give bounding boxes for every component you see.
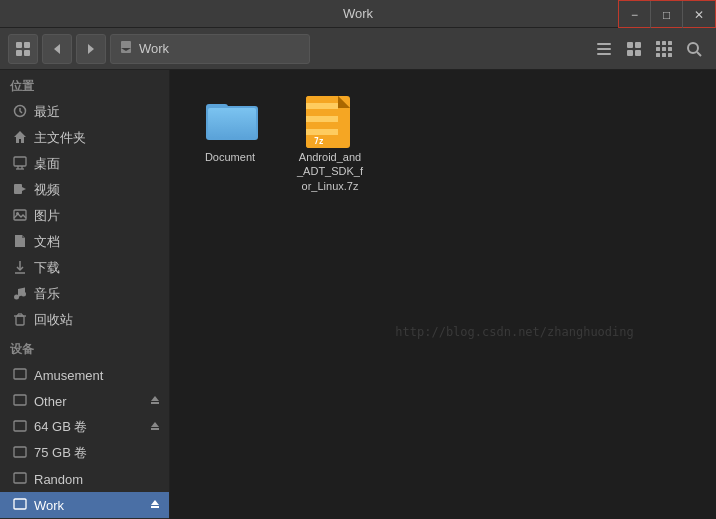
svg-rect-23	[668, 53, 672, 57]
search-button[interactable]	[680, 35, 708, 63]
sidebar-item-label: Amusement	[34, 368, 161, 383]
svg-rect-13	[627, 50, 633, 56]
sidebar-item-75gb[interactable]: 75 GB 卷	[0, 440, 169, 466]
sidebar-item-downloads[interactable]: 下载	[0, 255, 169, 281]
svg-rect-10	[597, 53, 611, 55]
sidebar-item-label: 图片	[34, 207, 161, 225]
svg-rect-78	[306, 103, 338, 109]
minimize-button[interactable]: −	[619, 1, 651, 28]
sidebar-item-label: 最近	[34, 103, 161, 121]
sidebar-item-home[interactable]: 主文件夹	[0, 125, 169, 151]
svg-rect-79	[306, 116, 338, 122]
sidebar-item-trash[interactable]: 回收站	[0, 307, 169, 333]
svg-rect-20	[668, 47, 672, 51]
svg-rect-41	[16, 316, 24, 325]
toolbar: Work	[0, 28, 716, 70]
svg-rect-18	[656, 47, 660, 51]
eject-icon	[149, 420, 161, 434]
svg-rect-22	[662, 53, 666, 57]
eject-icon	[149, 394, 161, 408]
svg-rect-12	[635, 42, 641, 48]
svg-rect-32	[14, 184, 22, 194]
location-text: Work	[139, 41, 169, 56]
file-name: Android_and_ADT_SDK_for_Linux.7z	[296, 150, 364, 193]
sidebar-item-documents[interactable]: 文档	[0, 229, 169, 255]
svg-rect-34	[14, 210, 26, 220]
list-view-button[interactable]	[590, 35, 618, 63]
file-item-android-archive[interactable]: 7z Android_and_ADT_SDK_for_Linux.7z	[290, 90, 370, 199]
svg-rect-48	[14, 395, 26, 405]
close-button[interactable]: ✕	[683, 1, 715, 28]
sidebar-item-work[interactable]: Work	[0, 492, 169, 518]
svg-rect-19	[662, 47, 666, 51]
sidebar-item-label: Random	[34, 472, 161, 487]
svg-rect-51	[14, 421, 26, 431]
svg-rect-55	[14, 473, 26, 483]
svg-rect-8	[597, 43, 611, 45]
sidebar-item-label: 75 GB 卷	[34, 444, 161, 462]
sidebar-item-label: 64 GB 卷	[34, 418, 143, 436]
svg-marker-52	[151, 422, 159, 427]
sidebar-item-label: 音乐	[34, 285, 161, 303]
svg-rect-2	[16, 50, 22, 56]
maximize-button[interactable]: □	[651, 1, 683, 28]
documents-icon	[12, 234, 28, 251]
grid-view-button[interactable]	[650, 35, 678, 63]
svg-point-39	[14, 294, 19, 299]
window-title: Work	[343, 6, 373, 21]
svg-rect-21	[656, 53, 660, 57]
downloads-icon	[12, 260, 28, 277]
svg-rect-14	[635, 50, 641, 56]
file-grid: Document 7z Android_and_ADT	[190, 90, 696, 199]
svg-marker-27	[14, 131, 26, 143]
sidebar-item-pictures[interactable]: 图片	[0, 203, 169, 229]
svg-rect-9	[597, 48, 611, 50]
sidebar-item-music[interactable]: 音乐	[0, 281, 169, 307]
disc-icon	[12, 367, 28, 384]
view-controls	[590, 35, 708, 63]
folder-icon	[206, 96, 254, 144]
devices-header: 设备	[0, 333, 169, 362]
file-item-document[interactable]: Document	[190, 90, 270, 199]
drive-icon	[12, 445, 28, 462]
svg-rect-50	[151, 402, 159, 404]
svg-rect-15	[656, 41, 660, 45]
sidebar-item-random[interactable]: Random	[0, 466, 169, 492]
watermark: http://blog.csdn.net/zhanghuoding	[395, 325, 633, 339]
sidebar-item-recent[interactable]: 最近	[0, 99, 169, 125]
sidebar-item-amusement[interactable]: Amusement	[0, 362, 169, 388]
window-controls: − □ ✕	[618, 0, 716, 28]
forward-button[interactable]	[76, 34, 106, 64]
location-bar[interactable]: Work	[110, 34, 310, 64]
svg-rect-74	[208, 108, 256, 138]
archive-icon: 7z	[306, 96, 354, 144]
eject-icon	[149, 498, 161, 512]
svg-marker-4	[54, 44, 60, 54]
svg-marker-36	[22, 235, 25, 238]
grid-icon-button[interactable]	[8, 34, 38, 64]
svg-rect-58	[151, 506, 159, 508]
svg-marker-33	[22, 187, 26, 191]
recent-icon	[12, 104, 28, 121]
svg-marker-57	[151, 500, 159, 505]
sidebar-item-label: 主文件夹	[34, 129, 161, 147]
compact-view-button[interactable]	[620, 35, 648, 63]
file-name: Document	[205, 150, 255, 164]
svg-rect-6	[121, 41, 131, 53]
titlebar: Work − □ ✕	[0, 0, 716, 28]
sidebar-item-64gb[interactable]: 64 GB 卷	[0, 414, 169, 440]
drive-icon	[12, 497, 28, 514]
trash-icon	[12, 312, 28, 329]
sidebar-item-other[interactable]: Other	[0, 388, 169, 414]
back-button[interactable]	[42, 34, 72, 64]
sidebar-item-desktop[interactable]: 桌面	[0, 151, 169, 177]
svg-rect-46	[14, 369, 26, 379]
svg-rect-0	[16, 42, 22, 48]
sidebar-item-videos[interactable]: 视频	[0, 177, 169, 203]
svg-rect-11	[627, 42, 633, 48]
home-icon	[12, 130, 28, 147]
svg-rect-54	[14, 447, 26, 457]
svg-rect-17	[668, 41, 672, 45]
svg-point-24	[688, 43, 698, 53]
svg-line-25	[697, 52, 701, 56]
